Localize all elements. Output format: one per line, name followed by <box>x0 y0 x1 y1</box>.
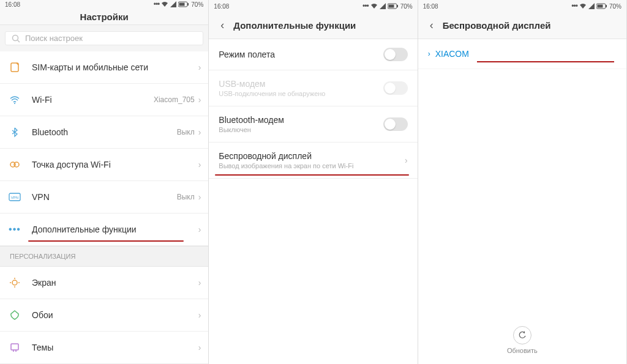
signal-icon <box>380 3 386 9</box>
chevron-right-icon: › <box>198 95 201 105</box>
row-value: Xiacom_705 <box>154 95 195 104</box>
status-bar: 16:08 ••• 70% <box>209 0 417 12</box>
svg-rect-21 <box>388 5 394 8</box>
wallpaper-icon <box>9 310 20 321</box>
svg-point-6 <box>14 103 15 104</box>
battery-icon <box>596 3 607 9</box>
row-wireless-display[interactable]: Беспроводной дисплей Вывод изображения н… <box>209 143 417 179</box>
row-label: Точка доступа Wi-Fi <box>32 160 198 169</box>
header: ‹ Дополнительные функции <box>209 12 417 39</box>
search-placeholder: Поиск настроек <box>25 34 83 43</box>
svg-rect-23 <box>606 5 607 7</box>
row-sub: USB-подключения не обнаружено <box>219 90 383 97</box>
highlight-underline <box>477 61 614 62</box>
chevron-right-icon: › <box>198 225 201 234</box>
chevron-right-icon: › <box>198 62 201 72</box>
personalization-list: Экран › Обои › Темы › <box>0 267 208 364</box>
row-sim[interactable]: SIM-карты и мобильные сети › <box>0 51 208 84</box>
row-more[interactable]: ••• Дополнительные функции › <box>0 214 208 246</box>
device-name: XIACOM <box>435 49 469 59</box>
row-label: Экран <box>32 278 198 288</box>
battery-icon <box>388 3 399 9</box>
svg-text:VPN: VPN <box>11 196 18 199</box>
chevron-right-icon: › <box>428 50 430 58</box>
chevron-right-icon: › <box>198 160 201 169</box>
status-bar: 16:08 ••• 70% <box>0 0 208 9</box>
row-bluetooth[interactable]: Bluetooth Выкл › <box>0 116 208 149</box>
signal-icon <box>170 1 176 7</box>
chevron-right-icon: › <box>198 310 201 320</box>
search-input[interactable]: Поиск настроек <box>5 31 203 45</box>
search-icon <box>12 34 20 43</box>
svg-rect-16 <box>11 344 18 350</box>
header: ‹ Беспроводной дисплей <box>418 12 626 39</box>
svg-rect-2 <box>179 3 185 6</box>
settings-list: SIM-карты и мобильные сети › Wi-Fi Xiaco… <box>0 51 208 246</box>
row-value: Выкл <box>177 193 195 201</box>
svg-point-3 <box>13 35 18 40</box>
row-label: VPN <box>32 192 177 202</box>
section-personalization: ПЕРСОНАЛИЗАЦИЯ <box>0 246 208 267</box>
back-button[interactable]: ‹ <box>216 20 228 32</box>
back-button[interactable]: ‹ <box>426 20 438 32</box>
more-icon: ••• <box>362 2 369 10</box>
row-label: Режим полета <box>219 50 383 59</box>
refresh-icon <box>518 331 527 340</box>
highlight-underline <box>215 174 408 176</box>
clock: 16:08 <box>5 1 20 8</box>
svg-rect-1 <box>187 3 189 6</box>
row-wifi[interactable]: Wi-Fi Xiacom_705 › <box>0 84 208 116</box>
row-label: USB-модем <box>219 79 383 89</box>
svg-point-8 <box>14 162 19 167</box>
row-themes[interactable]: Темы › <box>0 332 208 364</box>
battery-icon <box>178 1 189 7</box>
row-display[interactable]: Экран › <box>0 267 208 299</box>
chevron-right-icon: › <box>198 192 201 202</box>
row-usb-modem: USB-модем USB-подключения не обнаружено <box>209 70 417 106</box>
row-sub: Вывод изображения на экран по сети Wi-Fi <box>219 162 405 169</box>
screen-settings: 16:08 ••• 70% Настройки Поиск настроек S… <box>0 0 209 364</box>
page-title: Беспроводной дисплей <box>443 20 551 31</box>
toggle-usb <box>383 81 408 95</box>
row-label: Wi-Fi <box>32 95 154 105</box>
row-vpn[interactable]: VPN VPN Выкл › <box>0 181 208 214</box>
row-airplane[interactable]: Режим полета <box>209 39 417 70</box>
highlight-underline <box>28 240 184 242</box>
page-title: Дополнительные функции <box>233 20 356 31</box>
more-icon: ••• <box>9 224 21 235</box>
hotspot-icon <box>9 159 20 170</box>
blank-area <box>209 179 417 364</box>
toggle-bt[interactable] <box>383 117 408 131</box>
svg-rect-20 <box>397 5 398 7</box>
clock: 16:08 <box>423 3 438 10</box>
clock: 16:08 <box>214 3 229 10</box>
more-icon: ••• <box>571 2 577 10</box>
row-label: Bluetooth <box>32 127 177 137</box>
sim-icon <box>9 62 20 73</box>
row-value: Выкл <box>177 128 195 136</box>
signal-icon <box>588 3 595 9</box>
row-wallpaper[interactable]: Обои › <box>0 299 208 332</box>
page-title: Настройки <box>80 12 129 22</box>
bluetooth-icon <box>9 127 20 138</box>
row-label: Bluetooth-модем <box>219 115 383 125</box>
row-label: Обои <box>32 310 198 320</box>
row-bt-modem[interactable]: Bluetooth-модем Выключен <box>209 106 417 143</box>
svg-line-4 <box>18 40 20 42</box>
header: Настройки <box>0 9 208 25</box>
wifi-icon <box>9 94 20 105</box>
row-label: Беспроводной дисплей <box>219 151 405 161</box>
wifi-icon <box>579 3 587 9</box>
screen-more-functions: 16:08 ••• 70% ‹ Дополнительные функции Р… <box>209 0 418 364</box>
wifi-icon <box>370 3 378 9</box>
refresh-button[interactable] <box>513 326 531 344</box>
refresh-block: Обновить <box>418 326 626 354</box>
more-icon: ••• <box>154 0 160 9</box>
row-hotspot[interactable]: Точка доступа Wi-Fi › <box>0 149 208 181</box>
chevron-right-icon: › <box>198 343 201 352</box>
device-row[interactable]: › XIACOM <box>418 39 626 69</box>
chevron-right-icon: › <box>405 155 408 165</box>
svg-point-11 <box>12 280 17 285</box>
toggle-airplane[interactable] <box>383 48 408 61</box>
wifi-icon <box>161 1 168 7</box>
